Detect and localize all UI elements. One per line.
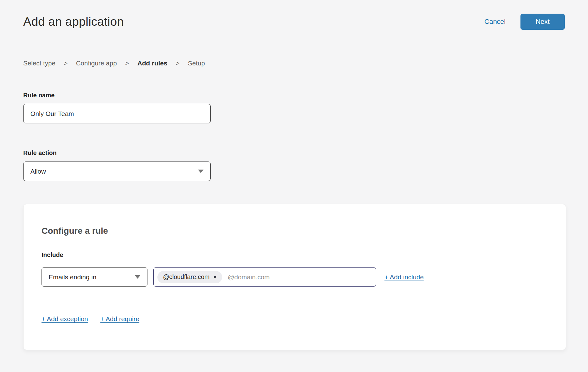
rule-action-label: Rule action (23, 149, 565, 157)
page-header: Add an application Cancel Next (23, 0, 565, 30)
breadcrumb: Select type > Configure app > Add rules … (23, 60, 565, 67)
include-row: Emails ending in @cloudflare.com × + Add… (42, 267, 548, 287)
breadcrumb-separator: > (64, 60, 68, 67)
include-value-tag-input[interactable]: @cloudflare.com × (153, 267, 376, 287)
email-domain-chip: @cloudflare.com × (157, 271, 222, 283)
next-button[interactable]: Next (520, 14, 565, 30)
breadcrumb-step-setup[interactable]: Setup (188, 60, 205, 67)
include-label: Include (42, 251, 548, 259)
breadcrumb-step-configure-app[interactable]: Configure app (76, 60, 117, 67)
breadcrumb-step-add-rules[interactable]: Add rules (137, 60, 167, 67)
rule-extra-links: + Add exception + Add require (42, 315, 548, 323)
email-domain-chip-text: @cloudflare.com (163, 273, 209, 281)
page-title: Add an application (23, 15, 124, 29)
add-require-link[interactable]: + Add require (100, 315, 139, 323)
breadcrumb-step-select-type[interactable]: Select type (23, 60, 55, 67)
header-actions: Cancel Next (485, 14, 565, 30)
include-type-select[interactable]: Emails ending in (42, 267, 147, 287)
breadcrumb-separator: > (125, 60, 129, 67)
rule-card-title: Configure a rule (42, 226, 548, 236)
chevron-down-icon (198, 170, 204, 173)
breadcrumb-separator: > (176, 60, 179, 67)
include-type-selected-value: Emails ending in (49, 273, 96, 281)
rule-action-select[interactable]: Allow (23, 162, 211, 181)
rule-name-input[interactable] (23, 104, 211, 123)
rule-action-selected-value: Allow (30, 168, 46, 175)
add-application-page: Add an application Cancel Next Select ty… (0, 0, 588, 350)
domain-entry-input[interactable] (228, 273, 372, 281)
cancel-button[interactable]: Cancel (485, 18, 506, 26)
chevron-down-icon (135, 275, 140, 279)
chip-remove-icon[interactable]: × (213, 274, 217, 280)
add-include-link[interactable]: + Add include (384, 273, 424, 281)
rule-name-label: Rule name (23, 92, 565, 99)
add-exception-link[interactable]: + Add exception (42, 315, 88, 323)
configure-rule-card: Configure a rule Include Emails ending i… (23, 204, 566, 350)
